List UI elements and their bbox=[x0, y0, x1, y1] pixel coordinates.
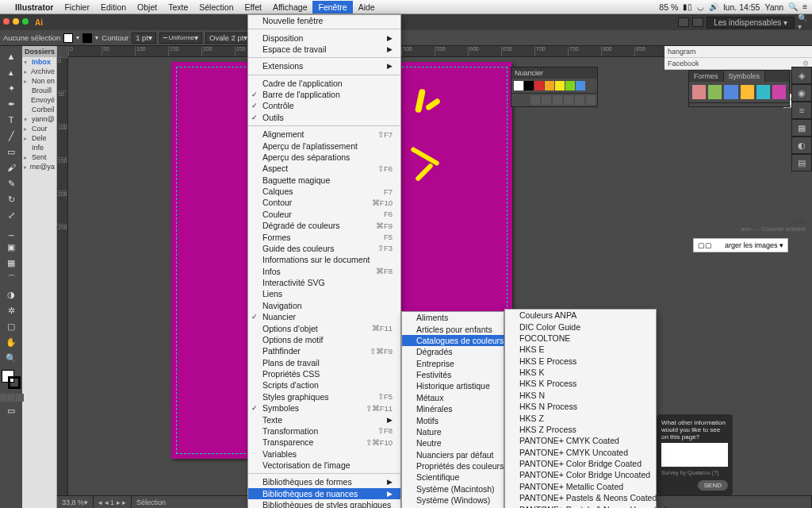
menu-catalogue-item[interactable]: PANTONE+ Color Bridge Uncoated bbox=[505, 469, 656, 480]
free-transform-tool[interactable]: ▣ bbox=[2, 240, 20, 254]
symbol-3[interactable] bbox=[724, 85, 737, 99]
menubar-item-sélection[interactable]: Sélection bbox=[193, 1, 239, 13]
swatch[interactable] bbox=[565, 81, 575, 90]
folder-item[interactable]: ▸Dele bbox=[22, 133, 56, 143]
delete-swatch[interactable] bbox=[586, 95, 596, 105]
direct-selection-tool[interactable]: ▴ bbox=[2, 65, 20, 79]
menu-catalogue-item[interactable]: HKS Z Process bbox=[505, 424, 656, 435]
menu-fenetre-item[interactable]: Cadre de l'application bbox=[248, 78, 400, 89]
folder-item[interactable]: Corbeil bbox=[22, 105, 56, 114]
menubar-item-texte[interactable]: Texte bbox=[163, 1, 193, 13]
folder-item[interactable]: ▾yann@ bbox=[22, 114, 56, 124]
pencil-tool[interactable]: ✎ bbox=[2, 176, 20, 190]
rectangle-tool[interactable]: ▭ bbox=[2, 144, 20, 159]
menu-fenetre-item[interactable]: Baguette magique bbox=[248, 175, 400, 186]
folder-item[interactable]: ▾Inbox bbox=[22, 57, 56, 67]
hand-tool[interactable]: ✋ bbox=[2, 335, 20, 349]
symbols-panel[interactable]: Formes Symboles bbox=[688, 70, 790, 107]
zoom-level[interactable]: 33,8 % ▾ bbox=[57, 496, 94, 508]
menu-fenetre-item[interactable]: Plans de travail bbox=[248, 357, 400, 368]
menu-fenetre-item[interactable]: CouleurF6 bbox=[248, 209, 400, 220]
artboard-nav[interactable]: ◂ ◂ 1 ▸ ▸ bbox=[94, 496, 132, 508]
paintbrush-tool[interactable]: 🖌 bbox=[2, 160, 20, 175]
menubar-app[interactable]: Illustrator bbox=[10, 1, 59, 13]
right-row-2[interactable]: Facebook⚙ bbox=[665, 58, 812, 70]
menu-catalogue-item[interactable]: HKS K Process bbox=[505, 378, 656, 389]
swatch[interactable] bbox=[576, 81, 585, 90]
eyedropper-tool[interactable]: ⌒ bbox=[2, 271, 20, 286]
menu-fenetre-item[interactable]: Transformation⇧F8 bbox=[248, 425, 400, 437]
feedback-widget[interactable]: What other information would you like to… bbox=[657, 414, 733, 495]
arrange-documents-button[interactable] bbox=[678, 17, 689, 27]
menu-catalogue-item[interactable]: PANTONE+ Pastels & Neons Coated bbox=[505, 492, 656, 503]
menu-fenetre-item[interactable]: ✓Symboles⇧⌘F11 bbox=[248, 402, 400, 414]
folder-item[interactable]: ▸Sent bbox=[22, 152, 56, 162]
menu-fenetre-item[interactable]: Alignement⇧F7 bbox=[248, 129, 400, 140]
swatch-library-menu[interactable] bbox=[530, 95, 540, 105]
battery-indicator[interactable]: 85 % bbox=[659, 2, 678, 12]
folder-item[interactable]: Brouill bbox=[22, 86, 56, 95]
menu-fenetre-item[interactable]: Contour⌘F10 bbox=[248, 197, 400, 208]
tab-formes[interactable]: Formes bbox=[689, 71, 724, 82]
menu-catalogue-item[interactable]: PANTONE+ CMYK Coated bbox=[505, 435, 656, 446]
brush-definition[interactable]: Ovale 2 pt ▾ bbox=[205, 33, 251, 44]
stroke-label[interactable]: Contour bbox=[102, 33, 128, 42]
menu-fenetre-item[interactable]: Bibliothèques de formes▶ bbox=[248, 476, 400, 487]
menu-catalogue-item[interactable]: PANTONE+ Metallic Coated bbox=[505, 481, 656, 492]
menubar-item-aide[interactable]: Aide bbox=[353, 1, 381, 13]
line-tool[interactable]: ╱ bbox=[2, 129, 20, 143]
menu-fenetre-item[interactable]: Bibliothèques de nuances▶ bbox=[248, 488, 400, 499]
menu-fenetre-item[interactable]: Aspect⇧F6 bbox=[248, 163, 400, 174]
menu-catalogue-item[interactable]: FOCOLTONE bbox=[505, 333, 656, 344]
folder-item[interactable]: ▸Archive bbox=[22, 67, 56, 76]
transparency-panel-icon[interactable]: ◐ bbox=[791, 137, 812, 154]
menu-catalogue-item[interactable]: PANTONE+ CMYK Uncoated bbox=[505, 447, 656, 458]
window-zoom[interactable] bbox=[22, 18, 29, 25]
swatches-panel[interactable]: Nuancier bbox=[511, 67, 598, 107]
menu-fenetre-item[interactable]: Infos⌘F8 bbox=[248, 266, 400, 277]
wifi-icon[interactable]: ◡ bbox=[697, 2, 704, 11]
menu-fenetre-item[interactable]: FormesF5 bbox=[248, 231, 400, 242]
swatch-kind-menu[interactable] bbox=[542, 95, 551, 105]
menubar-item-fichier[interactable]: Fichier bbox=[59, 1, 95, 13]
folder-item[interactable]: ▸Non en bbox=[22, 76, 56, 86]
menu-catalogue-item[interactable]: HKS N Process bbox=[505, 401, 656, 412]
menu-fenetre-item[interactable]: Aperçu de l'aplatissement bbox=[248, 140, 400, 151]
type-tool[interactable]: T bbox=[2, 113, 20, 127]
search-button[interactable]: 🔍▾ bbox=[798, 17, 809, 28]
menu-catalogue-item[interactable]: HKS E bbox=[505, 344, 656, 355]
menu-fenetre-item[interactable]: Texte▶ bbox=[248, 414, 400, 425]
stroke-profile[interactable]: Uniforme ▾ bbox=[159, 33, 202, 44]
color-panel-icon[interactable]: ◈ bbox=[791, 67, 812, 84]
notification-center-icon[interactable]: ≡ bbox=[802, 2, 807, 11]
swatch[interactable] bbox=[555, 81, 565, 90]
magic-wand-tool[interactable]: ✦ bbox=[2, 81, 20, 95]
pen-tool[interactable]: ✒ bbox=[2, 97, 20, 111]
right-row-1[interactable]: hangram bbox=[665, 46, 812, 58]
swatch-options[interactable] bbox=[553, 95, 562, 105]
menubar-item-effet[interactable]: Effet bbox=[239, 1, 266, 13]
menu-fenetre-item[interactable]: Liens bbox=[248, 288, 400, 299]
menu-fenetre-item[interactable]: Navigation bbox=[248, 300, 400, 311]
symbol-sprayer-tool[interactable]: ✲ bbox=[2, 303, 20, 318]
menu-fenetre-item[interactable]: Scripts d'action bbox=[248, 379, 400, 391]
menu-fenetre-item[interactable]: Extensions▶ bbox=[248, 60, 400, 71]
menu-fenetre-item[interactable]: Espace de travail▶ bbox=[248, 44, 400, 55]
menu-fenetre-item[interactable]: Disposition▶ bbox=[248, 32, 400, 43]
menu-catalogue-item[interactable]: PANTONE+ Pastels & Neons Uncoated bbox=[505, 503, 656, 508]
swatch[interactable] bbox=[514, 81, 523, 90]
color-modes[interactable] bbox=[0, 394, 24, 402]
menu-fenetre-item[interactable]: ✓Barre de l'application bbox=[248, 89, 400, 100]
menu-fenetre-item[interactable]: Propriétés CSS bbox=[248, 368, 400, 379]
screen-mode-tool[interactable]: ▭ bbox=[2, 403, 20, 418]
submenu-catalogues-couleurs[interactable]: Couleurs ANPADIC Color GuideFOCOLTONEHKS… bbox=[504, 309, 657, 508]
width-tool[interactable]: ⎯ bbox=[2, 224, 20, 238]
menubar-item-fenêtre[interactable]: Fenêtre bbox=[312, 1, 352, 13]
stroke-panel-icon[interactable]: ≡ bbox=[791, 102, 812, 119]
menubar-item-objet[interactable]: Objet bbox=[132, 1, 163, 13]
menu-fenetre-item[interactable]: Dégradé de couleurs⌘F9 bbox=[248, 220, 400, 231]
screen-mode-button[interactable] bbox=[692, 17, 703, 27]
folder-item[interactable]: Infe bbox=[22, 143, 56, 152]
folder-item[interactable]: Envoyé bbox=[22, 95, 56, 105]
menu-fenetre-item[interactable]: Transparence⇧⌘F10 bbox=[248, 437, 400, 448]
